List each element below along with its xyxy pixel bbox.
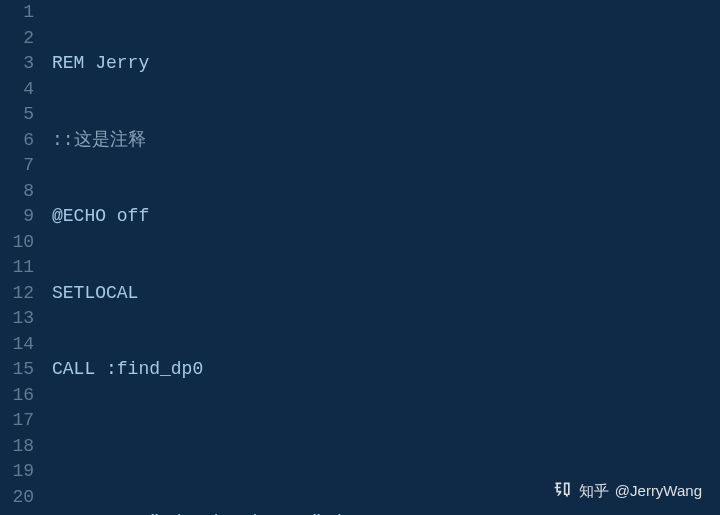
watermark: 知乎 @JerryWang [553,478,702,504]
line-number: 7 [0,153,34,179]
line-number: 8 [0,179,34,205]
line-number: 12 [0,281,34,307]
line-number-gutter: 1 2 3 4 5 6 7 8 9 10 11 12 13 14 15 16 1… [0,0,44,515]
code-line: SETLOCAL [52,281,720,307]
line-number: 1 [0,0,34,26]
line-number: 10 [0,230,34,256]
line-number: 3 [0,51,34,77]
line-number: 20 [0,485,34,511]
line-number: 13 [0,306,34,332]
line-number: 15 [0,357,34,383]
line-number: 2 [0,26,34,52]
line-number: 4 [0,77,34,103]
line-number: 19 [0,459,34,485]
line-number: 6 [0,128,34,154]
line-number: 17 [0,408,34,434]
code-line: CALL :find_dp0 [52,357,720,383]
watermark-brand: 知乎 [579,478,609,504]
line-number: 18 [0,434,34,460]
code-line: ::这是注释 [52,128,720,154]
watermark-author: @JerryWang [615,478,702,504]
line-number: 9 [0,204,34,230]
code-editor: 1 2 3 4 5 6 7 8 9 10 11 12 13 14 15 16 1… [0,0,720,515]
line-number: 16 [0,383,34,409]
code-line: @ECHO off [52,204,720,230]
code-content[interactable]: REM Jerry ::这是注释 @ECHO off SETLOCAL CALL… [44,0,720,515]
code-line [52,434,720,460]
line-number: 5 [0,102,34,128]
line-number: 11 [0,255,34,281]
line-number: 14 [0,332,34,358]
code-line: IF EXIST "%dp0%\node.exe" ( [52,510,720,515]
zhihu-logo-icon [553,480,573,500]
code-line: REM Jerry [52,51,720,77]
